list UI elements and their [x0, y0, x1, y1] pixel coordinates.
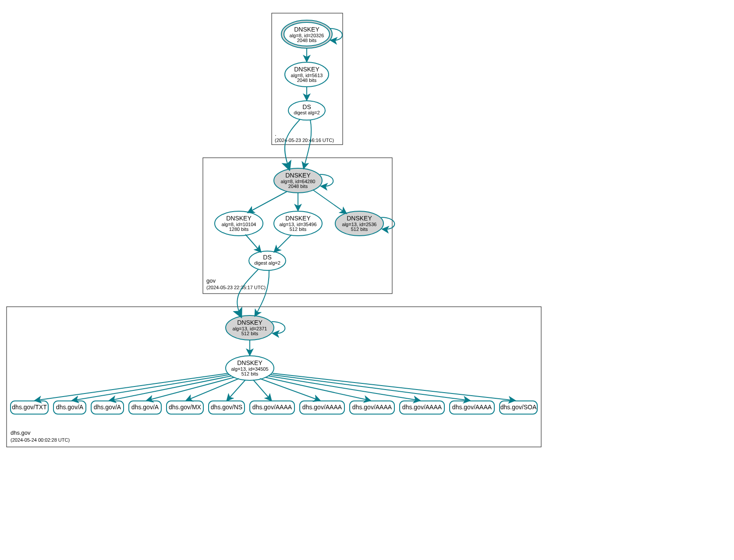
svg-text:DS: DS	[302, 103, 311, 110]
svg-text:1280 bits: 1280 bits	[229, 227, 249, 232]
edge-zsk-r2	[110, 376, 231, 401]
svg-text:digest alg=2: digest alg=2	[254, 260, 280, 266]
edge-zsk-r10	[271, 375, 470, 401]
record-txt: dhs.gov/TXT	[11, 401, 48, 414]
svg-text:2048 bits: 2048 bits	[288, 184, 308, 189]
edge-zsk-r5	[227, 380, 245, 401]
edge-gov-ds-dhs-ksk-thick	[237, 269, 259, 316]
svg-text:dhs.gov/A: dhs.gov/A	[94, 404, 121, 411]
svg-text:2048 bits: 2048 bits	[297, 38, 317, 43]
edge-root-ds-gov-ksk	[304, 120, 311, 168]
record-aaaa-3: dhs.gov/AAAA	[350, 401, 394, 414]
record-aaaa-4: dhs.gov/AAAA	[400, 401, 444, 414]
svg-text:dhs.gov/AAAA: dhs.gov/AAAA	[402, 404, 442, 411]
edge-gov-ksk-zsk1	[248, 191, 287, 213]
svg-text:512 bits: 512 bits	[351, 227, 368, 232]
node-root-zsk: DNSKEY alg=8, id=5613 2048 bits	[285, 62, 329, 87]
svg-text:DNSKEY: DNSKEY	[294, 26, 319, 33]
svg-text:dhs.gov/AAAA: dhs.gov/AAAA	[352, 404, 392, 411]
record-aaaa-1: dhs.gov/AAAA	[250, 401, 294, 414]
record-mx: dhs.gov/MX	[167, 401, 203, 414]
zone-root-label: .	[275, 131, 277, 137]
svg-text:dhs.gov/AAAA: dhs.gov/AAAA	[452, 404, 492, 411]
record-soa: dhs.gov/SOA	[500, 401, 537, 414]
svg-text:dhs.gov/NS: dhs.gov/NS	[211, 404, 242, 411]
record-a-2: dhs.gov/A	[91, 401, 124, 414]
record-aaaa-2: dhs.gov/AAAA	[300, 401, 344, 414]
svg-text:2048 bits: 2048 bits	[297, 78, 317, 83]
svg-text:DNSKEY: DNSKEY	[285, 215, 311, 222]
svg-text:DNSKEY: DNSKEY	[237, 359, 262, 366]
node-gov-ksk: DNSKEY alg=8, id=64280 2048 bits	[274, 168, 322, 193]
dnssec-graph: . (2024-05-23 20:46:16 UTC) gov (2024-05…	[0, 0, 734, 560]
edge-gov-zsk2-ds	[274, 235, 291, 252]
edge-gov-zsk1-ds	[245, 234, 261, 252]
svg-text:DNSKEY: DNSKEY	[226, 215, 252, 222]
svg-text:dhs.gov/AAAA: dhs.gov/AAAA	[302, 404, 342, 411]
node-dhs-ksk: DNSKEY alg=13, id=2371 512 bits	[226, 315, 274, 340]
node-root-ksk: DNSKEY alg=8, id=20326 2048 bits	[281, 20, 332, 48]
svg-text:DNSKEY: DNSKEY	[347, 215, 372, 222]
edge-gov-ksk-ksk2	[313, 190, 346, 213]
edge-gov-ds-dhs-ksk	[255, 270, 269, 316]
svg-text:dhs.gov/A: dhs.gov/A	[131, 404, 159, 411]
svg-text:DNSKEY: DNSKEY	[237, 319, 262, 326]
edge-zsk-r9	[269, 376, 420, 401]
record-aaaa-5: dhs.gov/AAAA	[450, 401, 494, 414]
zone-gov-label: gov	[206, 277, 216, 284]
node-dhs-zsk: DNSKEY alg=13, id=34505 512 bits	[226, 356, 274, 380]
node-gov-zsk2: DNSKEY alg=13, id=35496 512 bits	[274, 211, 322, 236]
node-gov-zsk1: DNSKEY alg=8, id=10104 1280 bits	[215, 211, 263, 236]
svg-text:512 bits: 512 bits	[290, 227, 307, 232]
svg-text:dhs.gov/SOA: dhs.gov/SOA	[500, 404, 537, 411]
svg-text:dhs.gov/A: dhs.gov/A	[56, 404, 84, 411]
svg-text:DS: DS	[263, 254, 271, 261]
svg-text:512 bits: 512 bits	[241, 331, 259, 336]
svg-text:digest alg=2: digest alg=2	[294, 110, 320, 115]
record-a-1: dhs.gov/A	[53, 401, 86, 414]
svg-text:dhs.gov/TXT: dhs.gov/TXT	[12, 404, 47, 411]
edge-root-ds-gov-ksk-thick	[285, 119, 300, 169]
edge-zsk-r4	[186, 379, 239, 401]
svg-text:DNSKEY: DNSKEY	[285, 172, 311, 179]
node-gov-ksk2: DNSKEY alg=13, id=2536 512 bits	[335, 211, 383, 236]
node-root-ds: DS digest alg=2	[288, 101, 325, 120]
record-a-3: dhs.gov/A	[129, 401, 161, 414]
svg-text:dhs.gov/MX: dhs.gov/MX	[169, 404, 202, 411]
svg-text:DNSKEY: DNSKEY	[294, 66, 319, 73]
record-ns: dhs.gov/NS	[209, 401, 245, 414]
svg-text:512 bits: 512 bits	[241, 371, 259, 376]
svg-text:dhs.gov/AAAA: dhs.gov/AAAA	[252, 404, 292, 411]
zone-dhs-label: dhs.gov	[11, 429, 31, 436]
edge-zsk-r1	[72, 375, 229, 401]
record-group: dhs.gov/TXT dhs.gov/A dhs.gov/A dhs.gov/…	[11, 401, 537, 414]
zone-dhs-ts: (2024-05-24 00:02:28 UTC)	[11, 437, 70, 443]
zone-root-ts: (2024-05-23 20:46:16 UTC)	[275, 138, 334, 143]
edge-zsk-r6	[253, 380, 271, 401]
node-gov-ds: DS digest alg=2	[249, 251, 286, 270]
zone-gov-ts: (2024-05-23 22:35:17 UTC)	[206, 285, 266, 290]
